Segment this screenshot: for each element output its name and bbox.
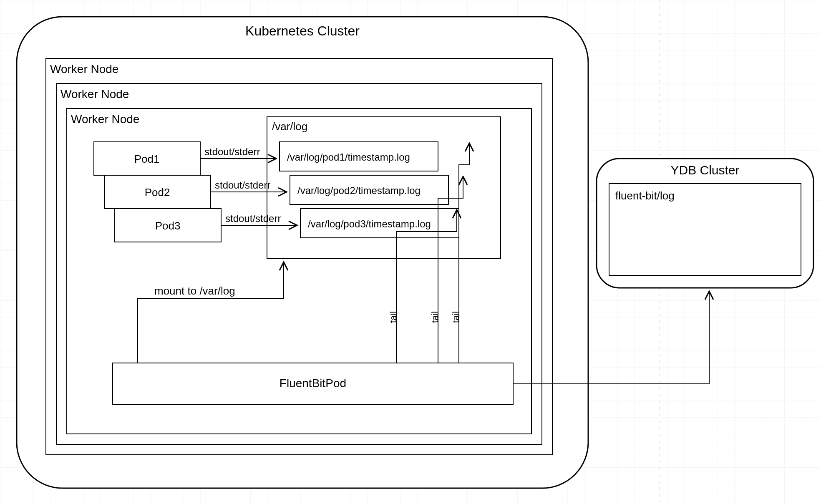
fluentbit-label: FluentBitPod bbox=[280, 377, 346, 390]
ydb-title: YDB Cluster bbox=[670, 163, 739, 177]
pod2-label: Pod2 bbox=[145, 186, 170, 199]
pod1-label: Pod1 bbox=[134, 153, 160, 165]
mount-label: mount to /var/log bbox=[154, 285, 235, 297]
k8s-cluster-title: Kubernetes Cluster bbox=[245, 23, 360, 38]
architecture-diagram: Kubernetes Cluster Worker Node Worker No… bbox=[0, 0, 821, 504]
tail2: tail bbox=[430, 311, 440, 323]
stdio1: stdout/stderr bbox=[204, 146, 260, 157]
stdio2: stdout/stderr bbox=[215, 179, 270, 191]
logfile2: /var/log/pod2/timestamp.log bbox=[297, 185, 421, 196]
pod3-label: Pod3 bbox=[155, 219, 181, 232]
stdio3: stdout/stderr bbox=[225, 213, 281, 224]
worker-node-inner-label: Worker Node bbox=[71, 113, 139, 126]
varlog-title: /var/log bbox=[272, 120, 307, 133]
tail3: tail bbox=[451, 311, 461, 323]
tail1: tail bbox=[388, 311, 398, 323]
worker-node-mid-label: Worker Node bbox=[60, 88, 129, 101]
logfile3: /var/log/pod3/timestamp.log bbox=[308, 218, 431, 229]
worker-node-outer-label: Worker Node bbox=[50, 63, 118, 76]
logfile1: /var/log/pod1/timestamp.log bbox=[287, 151, 410, 163]
ydb-inner-label: fluent-bit/log bbox=[615, 189, 675, 202]
